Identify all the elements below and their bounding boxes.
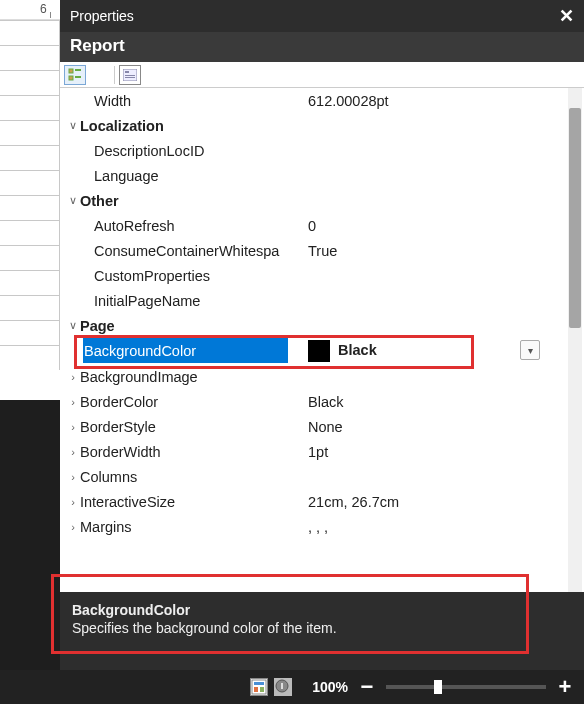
prop-label: BackgroundImage — [80, 369, 308, 385]
prop-label: BorderColor — [80, 394, 308, 410]
prop-borderstyle[interactable]: › BorderStyle None — [60, 414, 564, 439]
object-selector[interactable]: Report — [60, 32, 584, 62]
design-background — [0, 400, 60, 700]
expand-icon[interactable]: › — [66, 371, 80, 383]
close-icon[interactable]: ✕ — [559, 5, 574, 27]
panel-title-text: Properties — [70, 8, 134, 24]
expand-icon[interactable]: › — [66, 446, 80, 458]
svg-rect-5 — [125, 71, 129, 73]
prop-label: BackgroundColor — [80, 343, 196, 359]
categorized-button[interactable] — [64, 65, 86, 85]
report-design-gutter: 6 — [0, 0, 60, 704]
prop-borderwidth[interactable]: › BorderWidth 1pt — [60, 439, 564, 464]
prop-interactivesize[interactable]: › InteractiveSize 21cm, 26.7cm — [60, 489, 564, 514]
scrollbar-thumb[interactable] — [569, 108, 581, 328]
prop-customproperties[interactable]: CustomProperties — [60, 263, 564, 288]
category-label: Other — [80, 193, 308, 209]
properties-panel: Properties ✕ Report A↓ Width 612.00028pt — [60, 0, 584, 670]
prop-value[interactable]: 612.00028pt — [308, 93, 564, 109]
svg-rect-1 — [75, 69, 81, 71]
ruler: 6 — [0, 0, 60, 20]
svg-rect-6 — [125, 75, 135, 76]
expand-icon[interactable]: › — [66, 471, 80, 483]
prop-value[interactable]: None — [308, 419, 564, 435]
prop-value[interactable]: 21cm, 26.7cm — [308, 494, 564, 510]
prop-backgroundcolor[interactable]: BackgroundColor Black ▾ — [60, 338, 564, 364]
expand-icon[interactable]: › — [66, 421, 80, 433]
svg-rect-13 — [281, 683, 283, 689]
prop-label: Language — [80, 168, 308, 184]
alphabetical-button[interactable]: A↓ — [88, 65, 110, 85]
slider-knob[interactable] — [434, 680, 442, 694]
preview-icon[interactable] — [274, 678, 292, 696]
category-localization[interactable]: ∨ Localization — [60, 113, 564, 138]
prop-value[interactable]: Black — [308, 394, 564, 410]
zoom-in-button[interactable]: + — [556, 674, 574, 700]
svg-rect-2 — [69, 76, 73, 80]
chevron-down-icon: ▾ — [528, 345, 533, 356]
prop-label: BorderStyle — [80, 419, 308, 435]
svg-rect-10 — [254, 687, 258, 692]
scrollbar[interactable] — [568, 88, 582, 592]
color-swatch — [308, 340, 330, 362]
prop-label: InteractiveSize — [80, 494, 308, 510]
zoom-slider[interactable] — [386, 685, 546, 689]
prop-backgroundimage[interactable]: › BackgroundImage — [60, 364, 564, 389]
expand-icon[interactable]: › — [66, 521, 80, 533]
prop-width[interactable]: Width 612.00028pt — [60, 88, 564, 113]
prop-label: BorderWidth — [80, 444, 308, 460]
prop-value[interactable]: 0 — [308, 218, 564, 234]
prop-label: AutoRefresh — [80, 218, 308, 234]
prop-descriptionlocid[interactable]: DescriptionLocID — [60, 138, 564, 163]
prop-label: CustomProperties — [80, 268, 308, 284]
prop-autorefresh[interactable]: AutoRefresh 0 — [60, 213, 564, 238]
prop-columns[interactable]: › Columns — [60, 464, 564, 489]
prop-label: ConsumeContainerWhitespa — [80, 243, 308, 259]
prop-initialpagename[interactable]: InitialPageName — [60, 288, 564, 313]
prop-label: InitialPageName — [80, 293, 308, 309]
prop-label: Columns — [80, 469, 308, 485]
svg-rect-9 — [254, 682, 264, 685]
prop-language[interactable]: Language — [60, 163, 564, 188]
description-panel: BackgroundColor Specifies the background… — [60, 592, 584, 670]
property-pages-button[interactable] — [119, 65, 141, 85]
category-label: Page — [80, 318, 308, 334]
svg-rect-3 — [75, 76, 81, 78]
prop-consumecontainerwhitespace[interactable]: ConsumeContainerWhitespa True — [60, 238, 564, 263]
ruler-tick — [50, 12, 51, 18]
category-page[interactable]: ∨ Page — [60, 313, 564, 338]
prop-value[interactable]: 1pt — [308, 444, 564, 460]
prop-label: Margins — [80, 519, 308, 535]
description-name: BackgroundColor — [72, 602, 572, 618]
prop-value[interactable]: , , , — [308, 519, 564, 535]
collapse-icon[interactable]: ∨ — [66, 194, 80, 207]
status-bar: 100% − + — [0, 670, 584, 704]
expand-icon[interactable]: › — [66, 396, 80, 408]
properties-toolbar: A↓ — [60, 62, 584, 88]
collapse-icon[interactable]: ∨ — [66, 119, 80, 132]
panel-titlebar[interactable]: Properties ✕ — [60, 0, 584, 32]
description-text: Specifies the background color of the it… — [72, 620, 572, 636]
selected-object: Report — [70, 36, 125, 55]
prop-value[interactable]: True — [308, 243, 564, 259]
property-grid[interactable]: Width 612.00028pt ∨ Localization Descrip… — [60, 88, 584, 592]
zoom-level[interactable]: 100% — [312, 679, 348, 695]
svg-rect-11 — [260, 687, 264, 692]
collapse-icon[interactable]: ∨ — [66, 319, 80, 332]
design-view-icon[interactable] — [250, 678, 268, 696]
prop-label: Width — [80, 93, 308, 109]
prop-bordercolor[interactable]: › BorderColor Black — [60, 389, 564, 414]
expand-icon[interactable]: › — [66, 496, 80, 508]
dropdown-button[interactable]: ▾ — [520, 340, 540, 360]
svg-rect-7 — [125, 77, 135, 78]
ruler-number: 6 — [40, 2, 47, 16]
category-other[interactable]: ∨ Other — [60, 188, 564, 213]
category-label: Localization — [80, 118, 308, 134]
prop-margins[interactable]: › Margins , , , — [60, 514, 564, 539]
prop-label: DescriptionLocID — [80, 143, 308, 159]
zoom-out-button[interactable]: − — [358, 674, 376, 700]
svg-rect-0 — [69, 69, 73, 73]
design-surface[interactable] — [0, 20, 60, 400]
